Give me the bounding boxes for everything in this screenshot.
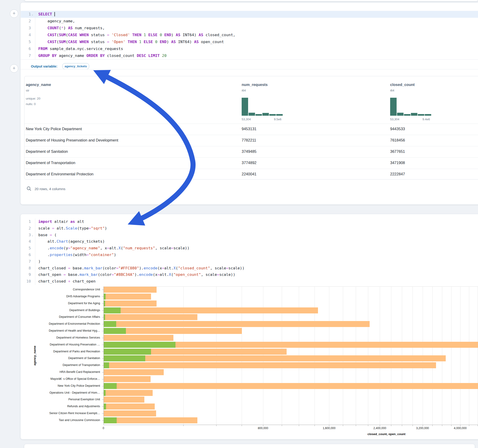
table-cell-value[interactable]: 9453131	[242, 127, 256, 131]
gridline	[478, 286, 478, 425]
table-cell-agency[interactable]: Department of Sanitation	[26, 149, 68, 154]
x-tick-label: 2,400,000	[373, 427, 386, 430]
closed-count-bar	[104, 383, 478, 389]
column-header[interactable]: num_requests	[242, 82, 268, 87]
closed-count-bar	[104, 369, 164, 375]
y-tick	[102, 311, 104, 311]
open-count-bar	[104, 349, 151, 355]
table-cell-value[interactable]: 2222847	[390, 172, 405, 176]
open-count-bar	[104, 404, 106, 410]
y-tick	[102, 358, 104, 359]
y-tick	[102, 400, 104, 400]
table-cell-agency[interactable]: Department of Transportation	[26, 161, 75, 165]
y-axis-label: Senior Citizen Rent Increase Exempti…	[14, 412, 100, 415]
histogram-bar	[249, 113, 255, 116]
closed-count-bar	[104, 287, 157, 293]
text-cursor	[54, 12, 55, 16]
code-line[interactable]: 2 agency_name,	[23, 18, 75, 25]
y-axis-label: HRA Benefit Card Replacement	[14, 370, 100, 373]
line-number: 2	[23, 225, 31, 232]
y-tick	[102, 413, 104, 414]
closed-count-bar	[104, 376, 151, 382]
fold-caret-icon[interactable]: ⌄	[31, 232, 34, 239]
y-axis-label: Department of Transportation	[14, 363, 100, 367]
output-variable-label: Output variable:	[31, 64, 57, 68]
line-number: 7	[23, 258, 31, 265]
table-cell-value[interactable]: 9443533	[390, 127, 405, 131]
code-line[interactable]: 3⌄base = (	[23, 232, 57, 238]
histogram-min-label: 53,304	[242, 118, 251, 121]
column-type: i64	[390, 89, 394, 92]
closed-count-bar	[104, 397, 145, 403]
line-number: 5	[23, 245, 31, 252]
table-cell-value[interactable]: 7618456	[390, 138, 405, 143]
table-cell-value[interactable]: 3774892	[242, 161, 256, 165]
open-count-bar	[104, 294, 106, 300]
line-number: 4	[23, 31, 31, 38]
table-cell-value[interactable]: 3471908	[390, 161, 405, 165]
line-number: 1	[23, 11, 31, 18]
code-line[interactable]: 1⌄SELECT	[23, 11, 55, 18]
output-variable-pill[interactable]: agency_tickets	[62, 63, 89, 69]
closed-count-bar	[104, 411, 156, 417]
code-line[interactable]: 6FROM sample_data.nyc.service_requests	[23, 45, 123, 52]
row-count-label: 20 rows, 4 columns	[35, 187, 65, 191]
table-cell-value[interactable]: 7782211	[242, 138, 256, 143]
open-count-bar	[104, 307, 121, 313]
y-tick	[102, 324, 104, 324]
add-cell-button-output[interactable]: +	[10, 64, 18, 73]
line-number: 2	[23, 18, 31, 25]
y-axis-label: Department of Buildings	[14, 309, 100, 312]
code-line[interactable]: 8chart_closed = base.mark_bar(color="#FF…	[23, 265, 245, 272]
closed-count-bar	[104, 404, 155, 410]
code-line[interactable]: 5 .encode(y="agency_name", x=alt.X("num_…	[23, 245, 189, 252]
x-tick-label: 0	[103, 427, 104, 430]
histogram-bar	[262, 113, 269, 116]
line-number: 3	[23, 25, 31, 31]
y-tick	[102, 406, 104, 407]
y-tick	[102, 379, 104, 379]
code-line[interactable]: 5 CAST(SUM(CASE WHEN status = 'Open' THE…	[23, 38, 224, 45]
y-axis-label: Department for the Aging	[14, 302, 100, 305]
gridline	[460, 286, 460, 425]
column-header[interactable]: closed_count	[390, 82, 415, 87]
add-cell-button-top[interactable]: +	[10, 9, 18, 18]
code-line[interactable]: 6 .properties(width="container")	[23, 252, 116, 258]
code-line[interactable]: 1import altair as alt	[23, 218, 84, 225]
y-tick	[102, 297, 104, 297]
table-cell-agency[interactable]: Department of Environmental Protection	[26, 172, 93, 176]
column-type: str	[26, 89, 29, 92]
y-tick	[102, 386, 104, 386]
line-number: 8	[23, 265, 31, 272]
y-axis-label: Department of Homeless Services	[14, 336, 100, 339]
y-tick	[102, 345, 104, 345]
closed-count-bar	[104, 355, 446, 361]
fold-caret-icon[interactable]: ⌄	[31, 11, 34, 18]
table-cell-value[interactable]: 3677651	[390, 149, 405, 154]
line-number: 10	[23, 278, 31, 285]
column-header[interactable]: agency_name	[26, 82, 51, 87]
line-number: 6	[23, 252, 31, 258]
plot-top-border	[104, 286, 478, 287]
code-line[interactable]: 10chart_closed + chart_open	[23, 278, 95, 285]
line-number: 7	[23, 52, 31, 59]
table-cell-agency[interactable]: New York City Police Department	[26, 127, 82, 131]
search-icon[interactable]	[26, 186, 32, 192]
histogram-bar	[411, 113, 417, 116]
x-tick-label: 1,600,000	[323, 427, 335, 430]
table-cell-value[interactable]: 2240041	[242, 172, 256, 176]
histogram-max-label: 9.4e6	[422, 118, 430, 121]
line-number: 6	[23, 45, 31, 52]
y-axis-label: Department of Housing Preservation …	[14, 343, 100, 346]
code-line[interactable]: 4 CAST(SUM(CASE WHEN status = 'Closed' T…	[23, 31, 235, 38]
histogram-bar	[425, 114, 431, 116]
code-line[interactable]: 9chart_open = base.mark_bar(color="#8BC3…	[23, 272, 235, 278]
code-line[interactable]: 7)	[23, 258, 41, 265]
code-line[interactable]: 7GROUP BY agency_name ORDER BY closed_co…	[23, 52, 166, 59]
table-cell-value[interactable]: 3749485	[242, 149, 256, 154]
y-axis-label: Personal Exemption Unit	[14, 398, 100, 401]
gridline	[469, 286, 469, 425]
table-cell-agency[interactable]: Department of Housing Preservation and D…	[26, 138, 118, 143]
open-count-bar	[104, 342, 176, 348]
histogram-bar	[404, 114, 410, 116]
